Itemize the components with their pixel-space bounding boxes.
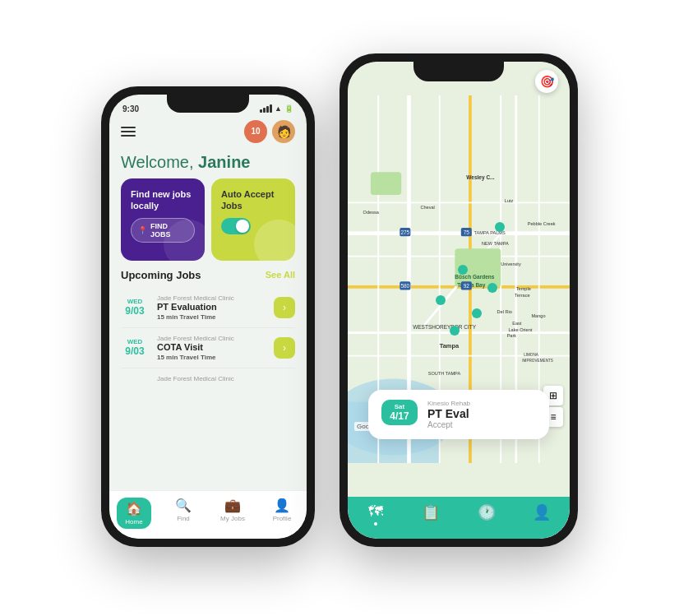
job-info-1: Jade Forest Medical Clinic PT Evaluation… bbox=[157, 294, 266, 321]
bottom-nav: 🏠 Home 🔍 Find 💼 My Jobs 👤 Profile bbox=[109, 490, 307, 539]
map-nav-history[interactable]: 🕐 bbox=[459, 503, 515, 526]
svg-text:SOUTH TAMPA: SOUTH TAMPA bbox=[428, 370, 461, 375]
job-arrow-2[interactable]: › bbox=[274, 337, 295, 359]
scene: 9:30 ▲ 🔋 10 bbox=[0, 0, 679, 616]
nav-profile[interactable]: 👤 Profile bbox=[257, 498, 307, 529]
phone-right-screen: Wesley C... Lutz Pebble Creek Odessa Che… bbox=[348, 62, 570, 539]
svg-text:580: 580 bbox=[400, 282, 409, 288]
map-nav-map[interactable]: 🗺 bbox=[348, 503, 404, 526]
clock-icon: 🕐 bbox=[478, 503, 496, 521]
find-jobs-card[interactable]: Find new jobs locally 📍 FIND JOBS bbox=[121, 178, 205, 261]
auto-accept-card[interactable]: Auto Accept Jobs bbox=[211, 178, 295, 261]
job-info-3: Jade Forest Medical Clinic bbox=[157, 375, 295, 382]
svg-text:92: 92 bbox=[464, 282, 470, 288]
profile-icon-map: 👤 bbox=[533, 503, 551, 521]
map-bottom-nav: 🗺 📋 🕐 👤 bbox=[348, 497, 570, 539]
welcome-text: Welcome, Janine bbox=[121, 153, 295, 172]
svg-text:LIMONA: LIMONA bbox=[524, 352, 539, 356]
location-pin-icon: 📍 bbox=[138, 226, 147, 234]
svg-text:Tampa: Tampa bbox=[440, 342, 460, 350]
svg-text:Lake Orient: Lake Orient bbox=[509, 327, 533, 331]
map-nav-list[interactable]: 📋 bbox=[404, 503, 460, 526]
find-icon: 🔍 bbox=[175, 498, 192, 513]
wifi-icon: ▲ bbox=[275, 104, 282, 113]
job-item-3[interactable]: Jade Forest Medical Clinic bbox=[121, 368, 295, 389]
nav-find[interactable]: 🔍 Find bbox=[159, 498, 208, 529]
find-jobs-title: Find new jobs locally bbox=[131, 188, 195, 212]
avatar[interactable]: 🧑 bbox=[272, 120, 295, 143]
list-icon: 📋 bbox=[422, 503, 440, 521]
svg-text:75: 75 bbox=[464, 229, 470, 234]
svg-text:Mango: Mango bbox=[531, 313, 545, 318]
map-card-info: Kinesio Rehab PT Eval Accept bbox=[427, 400, 536, 429]
jobs-icon: 💼 bbox=[224, 498, 241, 513]
active-indicator bbox=[374, 522, 377, 526]
job-list: WED 9/03 Jade Forest Medical Clinic PT E… bbox=[109, 288, 307, 490]
notch-right bbox=[413, 62, 504, 81]
svg-text:YBOR CITY: YBOR CITY bbox=[447, 324, 477, 330]
home-icon: 🏠 bbox=[126, 501, 142, 516]
notification-badge[interactable]: 10 bbox=[244, 120, 267, 143]
svg-text:Terrace: Terrace bbox=[515, 292, 530, 297]
svg-rect-18 bbox=[371, 172, 401, 195]
upcoming-jobs-title: Upcoming Jobs bbox=[121, 269, 201, 281]
svg-text:Cheval: Cheval bbox=[420, 204, 434, 209]
time-display: 9:30 bbox=[122, 104, 139, 113]
job-date-2: WED 9/03 bbox=[121, 338, 149, 357]
nav-home[interactable]: 🏠 Home bbox=[109, 498, 159, 529]
phone-left: 9:30 ▲ 🔋 10 bbox=[101, 86, 315, 547]
map-nav-profile[interactable]: 👤 bbox=[515, 503, 570, 526]
phone-left-screen: 9:30 ▲ 🔋 10 bbox=[109, 95, 307, 539]
job-info-2: Jade Forest Medical Clinic COTA Visit 15… bbox=[157, 335, 266, 361]
menu-icon[interactable] bbox=[121, 127, 136, 137]
svg-rect-17 bbox=[455, 248, 501, 287]
svg-text:Lutz: Lutz bbox=[505, 198, 514, 203]
svg-text:Wesley C...: Wesley C... bbox=[466, 174, 494, 181]
svg-text:Odessa: Odessa bbox=[363, 210, 380, 215]
svg-text:Park: Park bbox=[507, 333, 517, 338]
job-arrow-1[interactable]: › bbox=[274, 297, 295, 318]
svg-text:Temple: Temple bbox=[516, 286, 531, 291]
map-screen: Wesley C... Lutz Pebble Creek Odessa Che… bbox=[348, 62, 570, 539]
auto-accept-toggle[interactable] bbox=[221, 218, 251, 234]
svg-text:Pebble Creek: Pebble Creek bbox=[528, 221, 556, 226]
job-item-2[interactable]: WED 9/03 Jade Forest Medical Clinic COTA… bbox=[121, 328, 295, 368]
battery-icon: 🔋 bbox=[284, 104, 293, 113]
notch-left bbox=[167, 95, 249, 113]
location-button[interactable]: 🎯 bbox=[535, 70, 558, 93]
svg-text:WESTSHORE: WESTSHORE bbox=[413, 324, 448, 330]
toggle-container bbox=[221, 218, 285, 234]
svg-text:East: East bbox=[512, 321, 522, 326]
signal-icon bbox=[260, 104, 272, 113]
svg-text:IMPROVEMENTS: IMPROVEMENTS bbox=[522, 359, 553, 363]
top-nav: 10 🧑 bbox=[109, 117, 307, 148]
map-card-date: Sat 4/17 bbox=[381, 400, 418, 425]
profile-icon: 👤 bbox=[274, 498, 290, 513]
svg-text:275: 275 bbox=[400, 229, 409, 234]
auto-accept-title: Auto Accept Jobs bbox=[221, 188, 285, 212]
phone-right: Wesley C... Lutz Pebble Creek Odessa Che… bbox=[340, 53, 578, 547]
nav-home-bg: 🏠 Home bbox=[117, 498, 150, 529]
map-icon: 🗺 bbox=[368, 503, 383, 521]
svg-text:University: University bbox=[501, 261, 521, 266]
map-area[interactable]: Wesley C... Lutz Pebble Creek Odessa Che… bbox=[348, 62, 570, 497]
svg-text:Büsch Gardens: Büsch Gardens bbox=[455, 274, 494, 280]
nav-myjobs[interactable]: 💼 My Jobs bbox=[208, 498, 257, 529]
job-item-1[interactable]: WED 9/03 Jade Forest Medical Clinic PT E… bbox=[121, 288, 295, 328]
nav-icons: 10 🧑 bbox=[244, 120, 295, 143]
toggle-thumb bbox=[236, 220, 249, 233]
welcome-section: Welcome, Janine bbox=[109, 148, 307, 178]
map-job-card[interactable]: Sat 4/17 Kinesio Rehab PT Eval Accept bbox=[368, 390, 549, 439]
svg-text:TAMPA PALMS: TAMPA PALMS bbox=[474, 230, 506, 235]
cards-row: Find new jobs locally 📍 FIND JOBS Auto A… bbox=[109, 178, 307, 269]
job-date-1: WED 9/03 bbox=[121, 298, 149, 317]
upcoming-jobs-header: Upcoming Jobs See All bbox=[109, 269, 307, 288]
see-all-link[interactable]: See All bbox=[266, 270, 295, 280]
svg-text:Del Rio: Del Rio bbox=[497, 309, 512, 314]
svg-text:NEW TAMPA: NEW TAMPA bbox=[482, 240, 509, 245]
find-jobs-button[interactable]: 📍 FIND JOBS bbox=[131, 218, 195, 243]
status-icons: ▲ 🔋 bbox=[260, 104, 293, 113]
